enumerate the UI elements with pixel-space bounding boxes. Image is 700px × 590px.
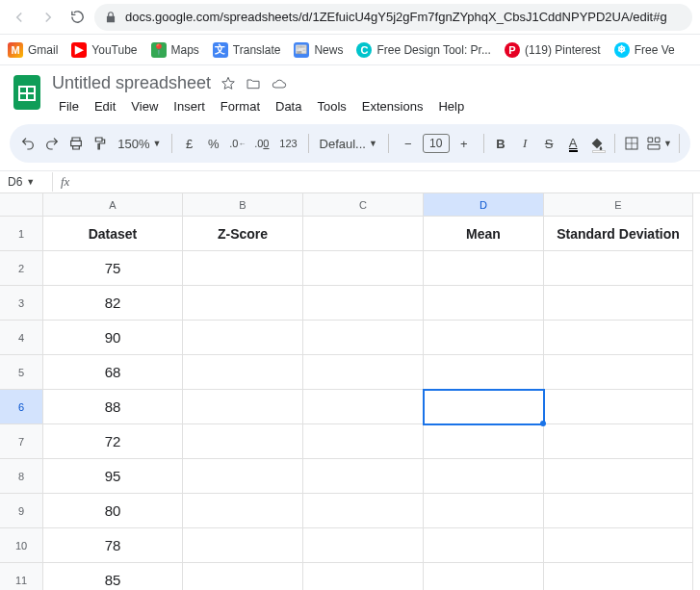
row-header-2[interactable]: 2 bbox=[0, 251, 43, 286]
back-icon[interactable] bbox=[8, 6, 31, 29]
cell-B2[interactable] bbox=[183, 251, 303, 286]
cell-A10[interactable]: 78 bbox=[43, 528, 183, 563]
cell-B9[interactable] bbox=[183, 494, 303, 528]
row-header-11[interactable]: 11 bbox=[0, 563, 43, 590]
cell-C4[interactable] bbox=[303, 321, 424, 355]
menu-format[interactable]: Format bbox=[214, 96, 267, 116]
row-header-6[interactable]: 6 bbox=[0, 390, 43, 424]
menu-help[interactable]: Help bbox=[431, 96, 471, 116]
cell-C7[interactable] bbox=[303, 424, 424, 459]
decrease-decimal-button[interactable]: .0← bbox=[227, 131, 247, 156]
column-header-C[interactable]: C bbox=[303, 193, 424, 217]
bold-button[interactable]: B bbox=[491, 131, 511, 156]
bookmark-news[interactable]: 📰News bbox=[294, 42, 343, 58]
cell-A2[interactable]: 75 bbox=[43, 251, 183, 286]
star-icon[interactable] bbox=[220, 76, 236, 91]
cell-D4[interactable] bbox=[424, 321, 544, 355]
name-box[interactable]: D6▼ bbox=[0, 175, 48, 189]
column-header-A[interactable]: A bbox=[43, 193, 183, 217]
select-all-corner[interactable] bbox=[0, 193, 43, 217]
cell-D8[interactable] bbox=[424, 459, 544, 494]
cell-E6[interactable] bbox=[544, 390, 693, 424]
currency-button[interactable]: £ bbox=[179, 131, 199, 156]
cell-A5[interactable]: 68 bbox=[43, 355, 183, 390]
font-size-decrease-button[interactable]: − bbox=[396, 131, 421, 156]
paint-format-icon[interactable] bbox=[90, 131, 110, 156]
cell-E5[interactable] bbox=[544, 355, 693, 390]
menu-insert[interactable]: Insert bbox=[167, 96, 212, 116]
bookmark-gmail[interactable]: MGmail bbox=[8, 42, 58, 58]
cell-E10[interactable] bbox=[544, 528, 693, 563]
cell-C5[interactable] bbox=[303, 355, 424, 390]
cell-E8[interactable] bbox=[544, 459, 693, 494]
menu-data[interactable]: Data bbox=[269, 96, 308, 116]
cell-E1[interactable]: Standard Deviation bbox=[544, 217, 693, 251]
cell-C2[interactable] bbox=[303, 251, 424, 286]
row-header-4[interactable]: 4 bbox=[0, 321, 43, 355]
cell-A1[interactable]: Dataset bbox=[43, 217, 183, 251]
borders-button[interactable] bbox=[622, 131, 642, 156]
column-header-D[interactable]: D bbox=[424, 193, 544, 217]
bookmark-canva[interactable]: CFree Design Tool: Pr... bbox=[356, 42, 491, 58]
menu-extensions[interactable]: Extensions bbox=[355, 96, 430, 116]
cell-A9[interactable]: 80 bbox=[43, 494, 183, 528]
number-format-button[interactable]: 123 bbox=[275, 131, 300, 156]
row-header-3[interactable]: 3 bbox=[0, 286, 43, 321]
cell-E11[interactable] bbox=[544, 563, 693, 590]
italic-button[interactable]: I bbox=[515, 131, 535, 156]
cell-C1[interactable] bbox=[303, 217, 424, 251]
cell-B6[interactable] bbox=[183, 390, 303, 424]
bookmark-maps[interactable]: 📍Maps bbox=[151, 42, 199, 58]
cell-A3[interactable]: 82 bbox=[43, 286, 183, 321]
text-color-button[interactable]: A bbox=[563, 131, 583, 156]
merge-cells-button[interactable]: ▼ bbox=[646, 131, 673, 156]
font-size-input[interactable]: 10 bbox=[423, 134, 450, 153]
row-header-8[interactable]: 8 bbox=[0, 459, 43, 494]
doc-title[interactable]: Untitled spreadsheet bbox=[52, 73, 211, 93]
cloud-icon[interactable] bbox=[271, 76, 288, 91]
cell-B10[interactable] bbox=[183, 528, 303, 563]
row-header-7[interactable]: 7 bbox=[0, 424, 43, 459]
font-size-increase-button[interactable]: + bbox=[452, 131, 477, 156]
redo-icon[interactable] bbox=[41, 131, 62, 156]
bookmark-translate[interactable]: 文Translate bbox=[213, 42, 281, 58]
menu-file[interactable]: File bbox=[52, 96, 86, 116]
cell-D11[interactable] bbox=[424, 563, 544, 590]
cell-B7[interactable] bbox=[183, 424, 303, 459]
cell-A7[interactable]: 72 bbox=[43, 424, 183, 459]
cell-B5[interactable] bbox=[183, 355, 303, 390]
cell-E2[interactable] bbox=[544, 251, 693, 286]
cell-D10[interactable] bbox=[424, 528, 544, 563]
menu-view[interactable]: View bbox=[124, 96, 165, 116]
bookmark-freevec[interactable]: ❄Free Ve bbox=[614, 42, 675, 58]
cell-C10[interactable] bbox=[303, 528, 424, 563]
cell-A8[interactable]: 95 bbox=[43, 459, 183, 494]
row-header-1[interactable]: 1 bbox=[0, 217, 43, 251]
menu-edit[interactable]: Edit bbox=[88, 96, 122, 116]
cell-D2[interactable] bbox=[424, 251, 544, 286]
increase-decimal-button[interactable]: .00 bbox=[251, 131, 272, 156]
cell-E3[interactable] bbox=[544, 286, 693, 321]
cell-E4[interactable] bbox=[544, 321, 693, 355]
column-header-E[interactable]: E bbox=[544, 193, 693, 217]
sheets-logo-icon[interactable] bbox=[12, 73, 42, 112]
cell-C6[interactable] bbox=[303, 390, 424, 424]
cell-C8[interactable] bbox=[303, 459, 424, 494]
menu-tools[interactable]: Tools bbox=[310, 96, 352, 116]
cell-D9[interactable] bbox=[424, 494, 544, 528]
cell-C3[interactable] bbox=[303, 286, 424, 321]
cell-D3[interactable] bbox=[424, 286, 544, 321]
cell-A4[interactable]: 90 bbox=[43, 321, 183, 355]
row-header-9[interactable]: 9 bbox=[0, 494, 43, 528]
print-icon[interactable] bbox=[65, 131, 86, 156]
cell-B8[interactable] bbox=[183, 459, 303, 494]
percent-button[interactable]: % bbox=[203, 131, 223, 156]
cell-B11[interactable] bbox=[183, 563, 303, 590]
row-header-5[interactable]: 5 bbox=[0, 355, 43, 390]
column-header-B[interactable]: B bbox=[183, 193, 303, 217]
cell-D6[interactable] bbox=[424, 390, 544, 424]
cell-E9[interactable] bbox=[544, 494, 693, 528]
cell-B1[interactable]: Z-Score bbox=[183, 217, 303, 251]
reload-icon[interactable] bbox=[65, 6, 89, 29]
cell-A6[interactable]: 88 bbox=[43, 390, 183, 424]
